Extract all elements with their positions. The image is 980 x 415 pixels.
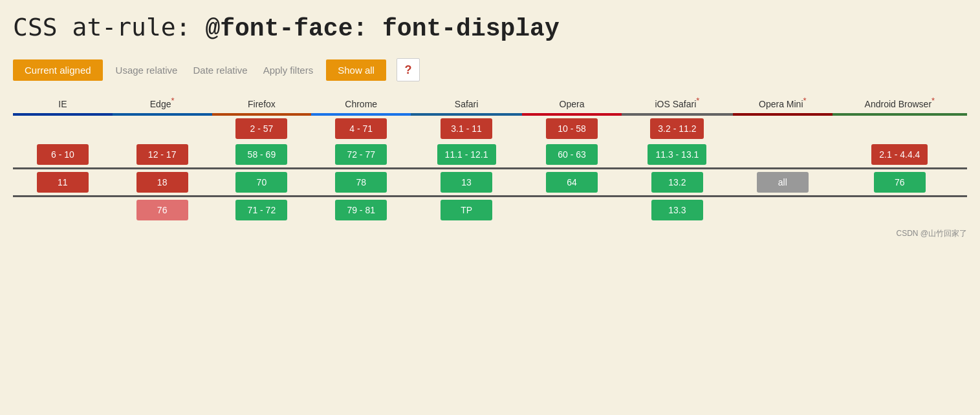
cell-opera: 64 (522, 168, 622, 196)
cell-opera_mini: all (733, 168, 833, 196)
table-row: 6 - 1012 - 1758 - 6972 - 7711.1 - 12.160… (13, 142, 967, 169)
col-header-ios: iOS Safari* (622, 92, 733, 114)
cell-ios: 3.2 - 11.2 (622, 114, 733, 142)
cell-chrome: 4 - 71 (311, 114, 411, 142)
show-all-button[interactable]: Show all (326, 59, 386, 81)
cell-chrome: 79 - 81 (311, 196, 411, 223)
cell-opera (522, 196, 622, 223)
help-button[interactable]: ? (397, 58, 420, 81)
footer: CSDN @山竹回家了 (13, 228, 967, 239)
table-row: 11187078136413.2all76 (13, 168, 967, 196)
cell-firefox: 70 (212, 168, 312, 196)
cell-edge: 76 (113, 196, 212, 223)
col-header-android: Android Browser* (833, 92, 967, 114)
filters-row: Current aligned Usage relative Date rela… (13, 58, 967, 81)
cell-ie: 6 - 10 (13, 142, 113, 169)
date-relative-button[interactable]: Date relative (190, 59, 250, 81)
table-row: 7671 - 7279 - 81TP13.3 (13, 196, 967, 223)
table-header: IEEdge*FirefoxChromeSafariOperaiOS Safar… (13, 92, 967, 114)
cell-opera_mini (733, 196, 833, 223)
cell-safari: 3.1 - 11 (411, 114, 522, 142)
cell-chrome: 72 - 77 (311, 142, 411, 169)
usage-relative-button[interactable]: Usage relative (113, 59, 180, 81)
cell-firefox: 2 - 57 (212, 114, 312, 142)
page-title: CSS at-rule: @font-face: font-display (13, 13, 967, 43)
cell-ios: 13.2 (622, 168, 733, 196)
cell-ios: 13.3 (622, 196, 733, 223)
cell-opera: 10 - 58 (522, 114, 622, 142)
cell-android: 2.1 - 4.4.4 (833, 142, 967, 169)
cell-android: 76 (833, 168, 967, 196)
col-header-opera_mini: Opera Mini* (733, 92, 833, 114)
cell-edge (113, 114, 212, 142)
cell-edge: 18 (113, 168, 212, 196)
cell-android (833, 114, 967, 142)
table-row: 2 - 574 - 713.1 - 1110 - 583.2 - 11.2 (13, 114, 967, 142)
col-header-firefox: Firefox (212, 92, 312, 114)
cell-safari: 11.1 - 12.1 (411, 142, 522, 169)
cell-chrome: 78 (311, 168, 411, 196)
cell-ios: 11.3 - 13.1 (622, 142, 733, 169)
cell-firefox: 58 - 69 (212, 142, 312, 169)
cell-firefox: 71 - 72 (212, 196, 312, 223)
cell-ie (13, 114, 113, 142)
current-aligned-button[interactable]: Current aligned (13, 59, 103, 81)
cell-android (833, 196, 967, 223)
cell-opera_mini (733, 114, 833, 142)
col-header-ie: IE (13, 92, 113, 114)
cell-safari: TP (411, 196, 522, 223)
col-header-safari: Safari (411, 92, 522, 114)
cell-safari: 13 (411, 168, 522, 196)
col-header-opera: Opera (522, 92, 622, 114)
compatibility-table: IEEdge*FirefoxChromeSafariOperaiOS Safar… (13, 92, 967, 223)
cell-opera: 60 - 63 (522, 142, 622, 169)
cell-ie: 11 (13, 168, 113, 196)
cell-ie (13, 196, 113, 223)
cell-edge: 12 - 17 (113, 142, 212, 169)
apply-filters-button[interactable]: Apply filters (261, 59, 316, 81)
cell-opera_mini (733, 142, 833, 169)
col-header-edge: Edge* (113, 92, 212, 114)
col-header-chrome: Chrome (311, 92, 411, 114)
